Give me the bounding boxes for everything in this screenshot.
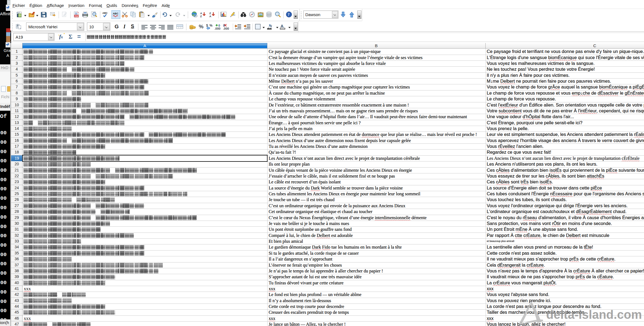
svg-text:?: ? [288, 12, 289, 17]
svg-text:.000: .000 [214, 27, 220, 30]
svg-text:Z: Z [200, 15, 202, 18]
svg-text:Z: Z [209, 12, 211, 15]
svg-text:delta-island.com: delta-island.com [546, 308, 642, 321]
svg-text:A: A [200, 12, 202, 15]
svg-text:ABC: ABC [102, 12, 108, 14]
svg-text:ABC: ABC [113, 12, 118, 15]
svg-text:PDF: PDF [75, 15, 79, 17]
svg-text:%: % [209, 24, 213, 27]
svg-text:A: A [209, 15, 211, 18]
